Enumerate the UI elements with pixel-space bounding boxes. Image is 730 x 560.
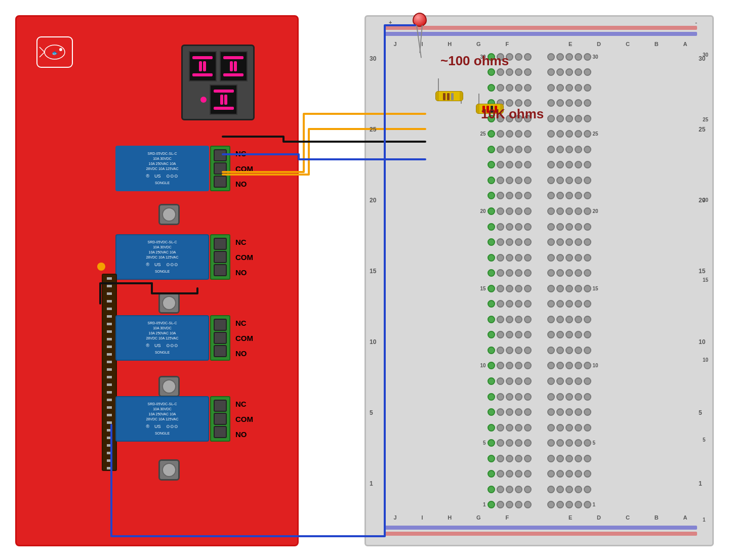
hole-8-E	[547, 393, 555, 401]
hole-7-D	[556, 408, 564, 416]
svg-line-3	[39, 47, 45, 52]
hole-25-B	[575, 130, 582, 138]
hole-13-I	[497, 316, 504, 323]
row-num-left-25: 25	[476, 131, 486, 137]
hole-9-B	[575, 377, 582, 385]
hole-21-A	[584, 192, 591, 199]
hole-12-A	[584, 331, 591, 338]
hole-10-I	[497, 362, 504, 369]
hole-12-C	[565, 331, 573, 338]
hole-23-C	[565, 161, 573, 168]
hole-27-C	[565, 99, 573, 107]
hole-23-I	[497, 161, 504, 168]
hole-3-C	[565, 470, 573, 478]
hole-1-F	[524, 501, 532, 508]
hole-9-H	[506, 377, 513, 385]
pushbutton-4[interactable]	[158, 459, 180, 481]
row-num-right-15: 15	[593, 286, 603, 291]
hole-10-H	[506, 362, 513, 369]
hole-27-G	[515, 99, 522, 107]
relay-2: SRD-05VDC-SL-C 10A 30VDC 10A 250VAC 10A …	[115, 234, 253, 280]
breadboard-row-18	[371, 235, 707, 249]
pushbutton-1[interactable]	[158, 204, 180, 225]
hole-14-G	[515, 300, 522, 308]
row-num-right-20: 20	[593, 208, 603, 214]
hole-1-I	[497, 501, 504, 508]
hole-1-A	[584, 501, 591, 508]
hole-25-G	[515, 130, 522, 138]
hole-25-I	[497, 130, 504, 138]
hole-11-E	[547, 347, 555, 354]
hole-21-I	[497, 192, 504, 199]
breadboard-row-13	[371, 312, 707, 326]
led	[413, 13, 427, 27]
hole-2-B	[575, 486, 582, 493]
hole-16-B	[575, 269, 582, 277]
hole-8-J	[488, 393, 495, 401]
hole-14-H	[506, 300, 513, 308]
hole-4-I	[497, 455, 504, 462]
pushbutton-3[interactable]	[158, 376, 180, 397]
relay4-nc-label: NC	[235, 400, 253, 408]
hole-24-F	[524, 146, 532, 153]
hole-7-H	[506, 408, 513, 416]
hole-6-I	[497, 424, 504, 432]
hole-20-B	[575, 207, 582, 215]
breadboard-row-9	[371, 374, 707, 388]
hole-11-F	[524, 347, 532, 354]
breadboard-row-29	[371, 65, 707, 79]
hole-30-G	[515, 53, 522, 61]
hole-30-E	[547, 53, 555, 61]
hole-27-E	[547, 99, 555, 107]
hole-29-C	[565, 68, 573, 76]
hole-15-A	[584, 285, 591, 292]
hole-30-F	[524, 53, 532, 61]
hole-24-B	[575, 146, 582, 153]
hole-18-F	[524, 238, 532, 246]
hole-14-B	[575, 300, 582, 308]
hole-11-D	[556, 347, 564, 354]
breadboard-row-19	[371, 220, 707, 234]
hole-13-D	[556, 316, 564, 323]
hole-28-A	[584, 84, 591, 92]
row-num-right-25: 25	[593, 131, 603, 137]
hole-6-F	[524, 424, 532, 432]
relay4-no-label: NO	[235, 430, 253, 439]
row-num-left-10: 10	[476, 363, 486, 368]
hole-4-G	[515, 455, 522, 462]
svg-point-5	[59, 48, 62, 51]
breadboard-row-4	[371, 451, 707, 465]
hole-23-B	[575, 161, 582, 168]
hole-21-J	[488, 192, 495, 199]
hole-6-E	[547, 424, 555, 432]
hole-21-E	[547, 192, 555, 199]
hole-15-F	[524, 285, 532, 292]
hole-11-H	[506, 347, 513, 354]
hole-5-F	[524, 439, 532, 447]
hole-10-C	[565, 362, 573, 369]
hole-24-H	[506, 146, 513, 153]
breadboard-row-6	[371, 420, 707, 435]
hole-20-G	[515, 207, 522, 215]
hole-27-F	[524, 99, 532, 107]
annotation-100ohms: ~100 ohms	[440, 53, 509, 69]
hole-16-A	[584, 269, 591, 277]
hole-24-E	[547, 146, 555, 153]
row-num-left-20: 20	[476, 208, 486, 214]
pushbutton-2[interactable]	[158, 292, 180, 314]
hole-22-C	[565, 177, 573, 184]
hole-18-I	[497, 238, 504, 246]
hole-15-G	[515, 285, 522, 292]
hole-13-J	[488, 316, 495, 323]
hole-10-F	[524, 362, 532, 369]
hole-22-J	[488, 177, 495, 184]
breadboard-row-8	[371, 390, 707, 404]
hole-22-D	[556, 177, 564, 184]
hole-28-G	[515, 84, 522, 92]
hole-11-G	[515, 347, 522, 354]
hole-6-A	[584, 424, 591, 432]
svg-text:🐟: 🐟	[52, 50, 58, 56]
relay1-no-label: NO	[235, 180, 253, 188]
pin-header-strip	[102, 274, 117, 471]
red-board: 🐟	[15, 15, 299, 546]
